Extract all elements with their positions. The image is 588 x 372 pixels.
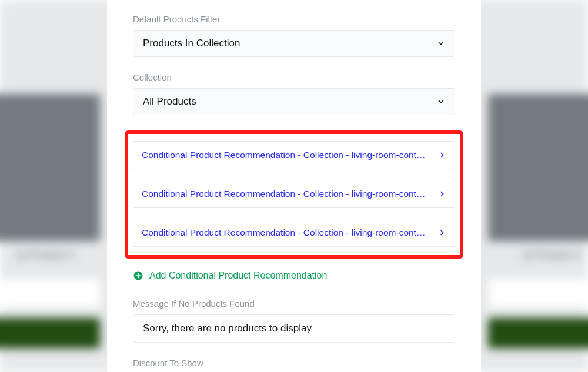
chevron-down-icon	[437, 39, 445, 48]
default-products-filter-label: Default Products Filter	[133, 14, 455, 24]
no-products-message-input[interactable]	[133, 314, 455, 343]
select-value: All Products	[143, 96, 196, 108]
bg-right-card-stack: …fy Product 3	[488, 0, 588, 372]
bg-left-card-stack: …fy Product 1	[0, 0, 100, 372]
default-products-filter-select[interactable]: Products In Collection	[133, 30, 455, 57]
chevron-right-icon	[438, 229, 446, 237]
conditional-recommendation-label: Conditional Product Recommendation - Col…	[142, 189, 435, 199]
conditional-recommendation-item[interactable]: Conditional Product Recommendation - Col…	[133, 219, 455, 247]
plus-circle-icon	[133, 270, 143, 281]
conditional-recommendations-highlight: Conditional Product Recommendation - Col…	[125, 130, 463, 259]
collection-section: Collection All Products	[133, 72, 455, 115]
discount-to-show-label: Discount To Show	[133, 358, 455, 368]
chevron-right-icon	[438, 190, 446, 198]
conditional-recommendation-label: Conditional Product Recommendation - Col…	[142, 150, 435, 160]
add-conditional-recommendation-label: Add Conditional Product Recommendation	[149, 270, 327, 281]
conditional-recommendation-label: Conditional Product Recommendation - Col…	[142, 227, 435, 238]
select-value: Products In Collection	[143, 38, 240, 49]
chevron-right-icon	[438, 151, 446, 159]
add-conditional-recommendation-button[interactable]: Add Conditional Product Recommendation	[133, 270, 455, 281]
conditional-recommendation-item[interactable]: Conditional Product Recommendation - Col…	[133, 141, 455, 169]
no-products-message-section: Message If No Products Found	[133, 299, 455, 343]
default-products-filter-section: Default Products Filter Products In Coll…	[133, 14, 455, 57]
settings-panel: Default Products Filter Products In Coll…	[107, 0, 481, 372]
collection-select[interactable]: All Products	[133, 88, 455, 115]
collection-label: Collection	[133, 72, 455, 82]
no-products-message-label: Message If No Products Found	[133, 299, 455, 309]
chevron-down-icon	[437, 98, 445, 106]
discount-to-show-section: Discount To Show	[133, 358, 455, 368]
conditional-recommendation-item[interactable]: Conditional Product Recommendation - Col…	[133, 180, 455, 208]
